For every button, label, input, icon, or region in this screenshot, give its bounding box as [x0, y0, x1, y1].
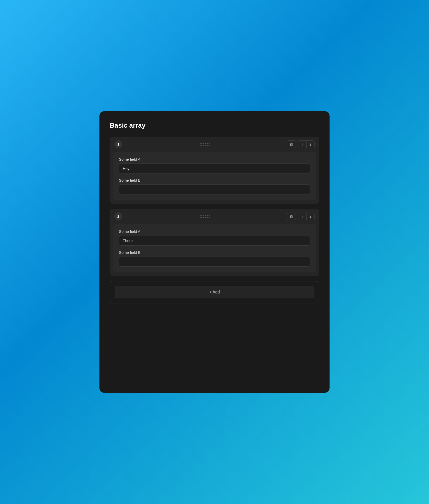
page-title: Basic array [110, 122, 319, 129]
drag-dot [209, 215, 210, 216]
drag-dot [205, 143, 206, 144]
drag-dot [203, 145, 204, 146]
drag-dot [207, 217, 208, 218]
item-number-1: 1 [114, 140, 122, 148]
field-a-label-1: Some field A [119, 157, 310, 161]
drag-dot [203, 217, 204, 218]
drag-dot [203, 143, 204, 144]
field-a-input-2[interactable] [119, 236, 310, 246]
drag-dot [207, 215, 208, 216]
array-item-1: 1 🗑 [110, 137, 319, 204]
drag-dot [201, 217, 202, 218]
drag-dot [205, 145, 206, 146]
drag-dot [209, 217, 210, 218]
item-actions-2: 🗑 ↑ ↓ [287, 213, 315, 220]
delete-button-1[interactable]: 🗑 [287, 140, 296, 148]
field-b-label-1: Some field B [119, 178, 310, 182]
item-actions-1: 🗑 ↑ ↓ [287, 140, 315, 148]
array-item-2: 2 🗑 [110, 209, 319, 276]
item-header-2: 2 🗑 [110, 209, 319, 224]
drag-dot [207, 145, 208, 146]
item-body-1: Some field A Some field B [113, 152, 316, 200]
add-area: + Add [110, 281, 319, 303]
add-button[interactable]: + Add [115, 286, 314, 298]
drag-dot [205, 215, 206, 216]
field-b-input-2[interactable] [119, 257, 310, 267]
delete-button-2[interactable]: 🗑 [287, 213, 296, 220]
drag-dot [201, 215, 202, 216]
arrow-up-icon: ↑ [301, 214, 303, 218]
drag-dot [203, 215, 204, 216]
move-down-button-2[interactable]: ↓ [307, 213, 314, 220]
move-down-button-1[interactable]: ↓ [307, 141, 314, 148]
item-body-2: Some field A Some field B [113, 224, 316, 272]
drag-handle-1[interactable] [126, 143, 284, 146]
arrow-up-icon: ↑ [301, 142, 303, 146]
drag-dots-1 [200, 143, 210, 146]
arrow-down-icon: ↓ [310, 214, 311, 218]
drag-dot [201, 145, 202, 146]
drag-dot [200, 143, 201, 144]
drag-handle-2[interactable] [126, 215, 284, 218]
move-up-button-2[interactable]: ↑ [298, 213, 307, 220]
field-b-input-1[interactable] [119, 184, 310, 194]
drag-dots-2 [200, 215, 210, 218]
item-number-2: 2 [114, 212, 122, 221]
field-b-label-2: Some field B [119, 250, 310, 255]
trash-icon: 🗑 [290, 142, 293, 146]
field-a-input-1[interactable] [119, 163, 310, 173]
field-a-label-2: Some field A [119, 229, 310, 234]
move-buttons-1: ↑ ↓ [298, 140, 315, 148]
main-card: Basic array 1 [99, 111, 330, 393]
drag-dot [209, 145, 210, 146]
drag-dot [200, 217, 201, 218]
item-header-1: 1 🗑 [110, 137, 319, 152]
arrow-down-icon: ↓ [310, 142, 311, 146]
drag-dot [201, 143, 202, 144]
drag-dot [205, 217, 206, 218]
trash-icon: 🗑 [290, 214, 293, 218]
drag-dot [200, 215, 201, 216]
drag-dot [200, 145, 201, 146]
move-buttons-2: ↑ ↓ [298, 213, 315, 220]
move-up-button-1[interactable]: ↑ [298, 141, 307, 148]
drag-dot [209, 143, 210, 144]
drag-dot [207, 143, 208, 144]
